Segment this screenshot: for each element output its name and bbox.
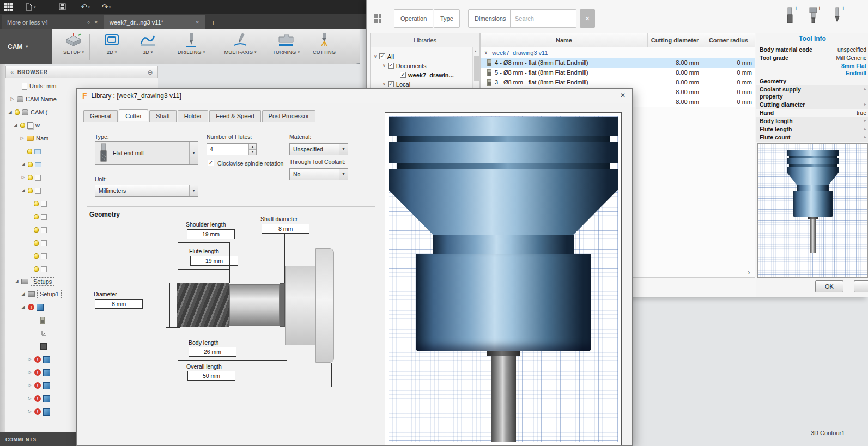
- caret-expanded-icon[interactable]: [21, 292, 26, 296]
- tree-item-operation[interactable]: [21, 301, 44, 313]
- info-row[interactable]: Body length: [756, 117, 868, 125]
- tree-item-operation[interactable]: [27, 380, 50, 392]
- expand-right-icon[interactable]: [864, 135, 866, 139]
- tree-item-setups[interactable]: Setups: [14, 276, 54, 288]
- visibility-bulb-icon[interactable]: [34, 266, 39, 272]
- type-dropdown[interactable]: Flat end mill: [95, 141, 198, 165]
- caret-expanded-icon[interactable]: [14, 279, 19, 284]
- tab-general[interactable]: General: [83, 110, 118, 122]
- info-row[interactable]: Coolant supply property: [756, 85, 868, 101]
- material-dropdown[interactable]: Unspecified: [289, 143, 348, 155]
- tree-item-body[interactable]: [34, 237, 47, 249]
- stepper-buttons[interactable]: [248, 144, 256, 155]
- dialog-close-icon[interactable]: [620, 92, 626, 99]
- tree-item-body[interactable]: [34, 250, 47, 262]
- info-row[interactable]: Cutting diameter: [756, 101, 868, 109]
- new-turning-tool-icon[interactable]: +: [831, 3, 847, 27]
- tree-item-stock[interactable]: [40, 340, 47, 352]
- tree-item-operation[interactable]: [27, 353, 50, 365]
- ok-button[interactable]: OK: [815, 280, 843, 292]
- ribbon-group-3d[interactable]: 3D: [126, 32, 169, 55]
- workspace-selector[interactable]: CAM: [0, 29, 52, 64]
- caret-right-icon[interactable]: [27, 410, 32, 414]
- tab-cutter[interactable]: Cutter: [119, 109, 148, 121]
- info-row[interactable]: Flute length: [756, 125, 868, 133]
- visibility-bulb-icon[interactable]: [34, 253, 39, 259]
- tree-item-operation[interactable]: [27, 406, 50, 418]
- checkbox-checked[interactable]: [388, 63, 394, 69]
- spindle-rotation-checkbox[interactable]: [208, 160, 214, 166]
- tree-item-component[interactable]: [21, 172, 41, 184]
- browser-panel-header[interactable]: BROWSER: [5, 66, 158, 78]
- table-row[interactable]: 5 - Ø8 mm - flat (8mm Flat Endmill)8.00 …: [481, 68, 755, 78]
- diameter-field[interactable]: 8 mm: [95, 299, 143, 309]
- library-item-documents[interactable]: Documents: [383, 61, 427, 70]
- tree-item-operation[interactable]: [27, 393, 50, 405]
- visibility-bulb-icon[interactable]: [15, 109, 20, 115]
- caret-expanded-icon[interactable]: [21, 305, 26, 309]
- caret-expanded-icon[interactable]: [21, 162, 26, 167]
- tree-item-operation[interactable]: [27, 366, 50, 378]
- tree-item-cam[interactable]: CAM (: [8, 106, 47, 118]
- save-icon[interactable]: [59, 3, 66, 10]
- library-item-all[interactable]: All: [374, 52, 394, 61]
- doc-tab-close-icon[interactable]: [94, 20, 98, 25]
- new-holder-tool-icon[interactable]: +: [807, 3, 823, 27]
- chevron-down-icon[interactable]: [374, 54, 377, 59]
- expand-right-icon[interactable]: [864, 87, 866, 91]
- flutes-stepper[interactable]: 4: [207, 143, 257, 155]
- panel-resize-gutter[interactable]: [0, 64, 5, 433]
- search-input[interactable]: [510, 9, 576, 28]
- visibility-bulb-icon[interactable]: [28, 188, 33, 193]
- tree-item-body[interactable]: [34, 198, 47, 210]
- chevron-down-icon[interactable]: [383, 64, 386, 68]
- caret-right-icon[interactable]: [21, 175, 26, 180]
- tree-item-names-folder[interactable]: Nam: [20, 132, 48, 144]
- caret-right-icon[interactable]: [10, 97, 15, 101]
- tab-holder[interactable]: Holder: [178, 110, 208, 122]
- caret-right-icon[interactable]: [27, 396, 32, 401]
- caret-right-icon[interactable]: [27, 383, 32, 388]
- new-document-tab-button[interactable]: [211, 19, 215, 27]
- visibility-bulb-icon[interactable]: [28, 162, 33, 167]
- unit-dropdown[interactable]: Millimeters: [95, 185, 198, 197]
- tree-item-wcs[interactable]: [40, 327, 48, 339]
- tree-item-body[interactable]: [34, 224, 47, 236]
- tab-shaft[interactable]: Shaft: [149, 110, 177, 122]
- partial-button[interactable]: [854, 280, 868, 292]
- doc-tab-more-or-less[interactable]: More or less v4: [2, 15, 104, 29]
- tree-item-cam-names[interactable]: CAM Name: [10, 93, 57, 105]
- shoulder-length-field[interactable]: 19 mm: [187, 229, 235, 239]
- view-options-icon[interactable]: [373, 13, 384, 24]
- column-header-cutting-diameter[interactable]: Cutting diameter: [647, 33, 702, 47]
- browser-collapse-icon[interactable]: [147, 69, 153, 76]
- body-length-field[interactable]: 26 mm: [189, 347, 236, 357]
- caret-right-icon[interactable]: [20, 136, 25, 140]
- expand-right-icon[interactable]: [864, 127, 866, 131]
- column-header-corner-radius[interactable]: Corner radius: [702, 33, 755, 47]
- clear-search-button[interactable]: [580, 9, 595, 28]
- visibility-bulb-icon[interactable]: [34, 240, 39, 246]
- chevron-down-icon[interactable]: [383, 82, 386, 87]
- doc-tab-week7-active[interactable]: week7_dr...ng3 v11*: [104, 15, 205, 29]
- ribbon-group-multi-axis[interactable]: MULTI-AXIS: [219, 32, 262, 55]
- library-item-local[interactable]: Local: [383, 80, 410, 89]
- tree-item-body[interactable]: [34, 211, 47, 223]
- file-menu-button[interactable]: [26, 3, 36, 11]
- tree-item-component[interactable]: [21, 185, 41, 197]
- scroll-up-icon[interactable]: [475, 49, 477, 53]
- filter-type-button[interactable]: Type: [434, 9, 460, 28]
- tree-item-setup1[interactable]: Setup1: [21, 288, 62, 300]
- library-item-week7-drawing[interactable]: week7_drawin...: [400, 70, 454, 80]
- checkbox-checked[interactable]: [379, 53, 385, 59]
- tab-feed-speed[interactable]: Feed & Speed: [209, 110, 260, 122]
- dialog-titlebar[interactable]: F Library : [week7_drawing3 v11]: [77, 89, 632, 103]
- expand-right-icon[interactable]: [864, 119, 866, 123]
- tab-post-processor[interactable]: Post Processor: [262, 110, 316, 122]
- app-grid-icon[interactable]: [4, 3, 13, 11]
- caret-expanded-icon[interactable]: [8, 110, 13, 114]
- flute-length-field[interactable]: 19 mm: [190, 256, 238, 266]
- visibility-bulb-icon[interactable]: [28, 175, 33, 180]
- ribbon-group-drilling[interactable]: DRILLING: [170, 32, 213, 55]
- overall-length-field[interactable]: 50 mm: [187, 371, 235, 381]
